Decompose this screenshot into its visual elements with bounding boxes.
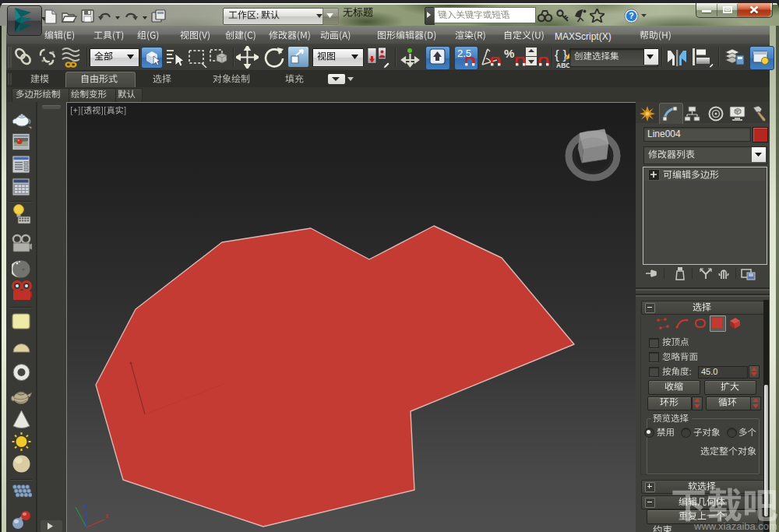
svg-text:z: z bbox=[83, 502, 86, 510]
svg-text:?: ? bbox=[629, 11, 633, 20]
svg-text:x: x bbox=[105, 512, 109, 520]
svg-text:ABC: ABC bbox=[556, 62, 570, 69]
